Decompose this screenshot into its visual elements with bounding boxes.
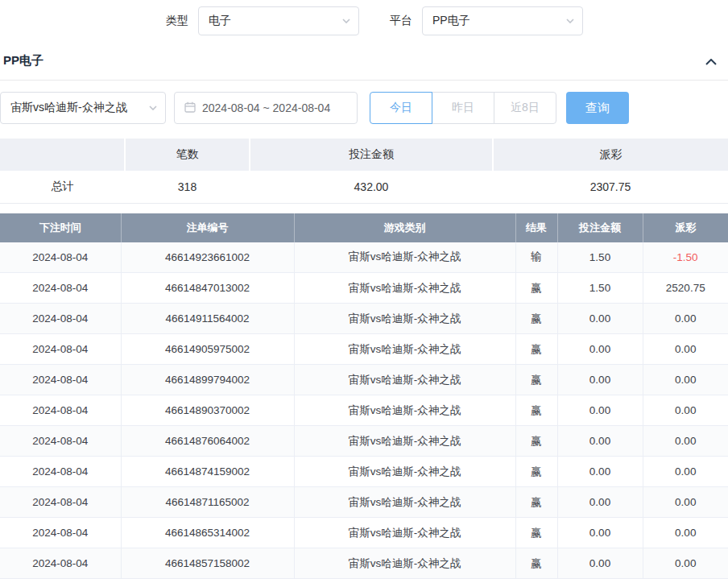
cell-game-category: 宙斯vs哈迪斯-众神之战 <box>294 548 515 579</box>
cell-payout: 0.00 <box>643 426 728 457</box>
cell-payout: 0.00 <box>643 487 728 518</box>
type-label: 类型 <box>166 14 188 28</box>
cell-bet-amount: 1.50 <box>557 273 643 304</box>
quick-date-button-group: 今日 昨日 近8日 <box>370 92 556 124</box>
table-row: 2024-08-04 46614876064002 宙斯vs哈迪斯-众神之战 赢… <box>0 426 728 457</box>
table-header-row: 下注时间 注单编号 游戏类别 结果 投注金额 派彩 <box>0 213 728 242</box>
cell-payout: 0.00 <box>643 457 728 487</box>
summary-header-payout: 派彩 <box>493 139 728 171</box>
cell-bet-time: 2024-08-04 <box>0 395 121 426</box>
calendar-icon <box>184 101 196 115</box>
query-button[interactable]: 查询 <box>566 92 629 124</box>
toolbar: 宙斯vs哈迪斯-众神之战 2024-08-04 ~ 2024-08-04 今日 … <box>0 81 728 139</box>
table-row: 2024-08-04 46614923661002 宙斯vs哈迪斯-众神之战 输… <box>0 242 728 273</box>
cell-bet-amount: 0.00 <box>557 548 643 579</box>
summary-count-value: 318 <box>125 171 250 203</box>
summary-bet-amount-value: 432.00 <box>250 171 493 203</box>
today-button[interactable]: 今日 <box>370 92 432 124</box>
game-select-value: 宙斯vs哈迪斯-众神之战 <box>10 101 127 115</box>
cell-bet-time: 2024-08-04 <box>0 426 121 457</box>
summary-total-label: 总计 <box>0 171 125 203</box>
platform-select-value: PP电子 <box>432 14 470 28</box>
cell-payout: 0.00 <box>643 548 728 579</box>
platform-select[interactable]: PP电子 <box>422 6 583 35</box>
col-header-payout: 派彩 <box>643 213 728 242</box>
cell-payout: 0.00 <box>643 518 728 548</box>
cell-payout: 0.00 <box>643 365 728 395</box>
date-range-input[interactable]: 2024-08-04 ~ 2024-08-04 <box>174 92 358 124</box>
cell-bet-time: 2024-08-04 <box>0 334 121 365</box>
cell-result: 赢 <box>515 518 557 548</box>
bet-records-section: 下注时间 注单编号 游戏类别 结果 投注金额 派彩 2024-08-04 466… <box>0 213 728 579</box>
cell-bet-time: 2024-08-04 <box>0 242 121 273</box>
section-header: PP电子 <box>0 45 728 81</box>
cell-bet-amount: 0.00 <box>557 395 643 426</box>
cell-order-no: 46614899794002 <box>121 365 294 395</box>
cell-order-no: 46614890370002 <box>121 395 294 426</box>
cell-result: 赢 <box>515 457 557 487</box>
summary-header-bet-amount: 投注金额 <box>250 139 493 171</box>
cell-game-category: 宙斯vs哈迪斯-众神之战 <box>294 395 515 426</box>
chevron-down-icon <box>566 19 574 23</box>
cell-game-category: 宙斯vs哈迪斯-众神之战 <box>294 304 515 334</box>
cell-result: 赢 <box>515 395 557 426</box>
cell-bet-amount: 1.50 <box>557 242 643 273</box>
cell-bet-amount: 0.00 <box>557 304 643 334</box>
cell-result: 赢 <box>515 365 557 395</box>
cell-result: 输 <box>515 242 557 273</box>
cell-payout: 0.00 <box>643 304 728 334</box>
table-row: 2024-08-04 46614899794002 宙斯vs哈迪斯-众神之战 赢… <box>0 365 728 395</box>
cell-order-no: 46614865314002 <box>121 518 294 548</box>
summary-header-row: 笔数 投注金额 派彩 <box>0 139 728 171</box>
cell-payout: 0.00 <box>643 395 728 426</box>
cell-bet-time: 2024-08-04 <box>0 487 121 518</box>
cell-bet-time: 2024-08-04 <box>0 365 121 395</box>
last8days-button[interactable]: 近8日 <box>494 92 556 124</box>
cell-payout: 2520.75 <box>643 273 728 304</box>
col-header-game-category: 游戏类别 <box>294 213 515 242</box>
table-body: 2024-08-04 46614923661002 宙斯vs哈迪斯-众神之战 输… <box>0 242 728 579</box>
type-select-value: 电子 <box>209 14 231 28</box>
chevron-down-icon <box>149 105 157 110</box>
cell-game-category: 宙斯vs哈迪斯-众神之战 <box>294 273 515 304</box>
summary-header-count: 笔数 <box>125 139 250 171</box>
platform-label: 平台 <box>390 14 412 28</box>
cell-bet-time: 2024-08-04 <box>0 518 121 548</box>
collapse-section-button[interactable] <box>705 55 717 68</box>
cell-game-category: 宙斯vs哈迪斯-众神之战 <box>294 426 515 457</box>
col-header-result: 结果 <box>515 213 557 242</box>
top-filter-bar: 类型 电子 平台 PP电子 <box>0 0 728 45</box>
cell-order-no: 46614847013002 <box>121 273 294 304</box>
cell-game-category: 宙斯vs哈迪斯-众神之战 <box>294 518 515 548</box>
section-title: PP电子 <box>3 53 43 68</box>
col-header-order-no: 注单编号 <box>121 213 294 242</box>
yesterday-button[interactable]: 昨日 <box>432 92 494 124</box>
summary-table: 笔数 投注金额 派彩 总计 318 432.00 2307.75 <box>0 139 728 204</box>
cell-bet-amount: 0.00 <box>557 518 643 548</box>
cell-bet-time: 2024-08-04 <box>0 457 121 487</box>
cell-result: 赢 <box>515 334 557 365</box>
cell-order-no: 46614857158002 <box>121 548 294 579</box>
cell-result: 赢 <box>515 487 557 518</box>
cell-game-category: 宙斯vs哈迪斯-众神之战 <box>294 242 515 273</box>
cell-bet-amount: 0.00 <box>557 365 643 395</box>
cell-game-category: 宙斯vs哈迪斯-众神之战 <box>294 365 515 395</box>
game-select[interactable]: 宙斯vs哈迪斯-众神之战 <box>0 92 166 124</box>
cell-bet-time: 2024-08-04 <box>0 548 121 579</box>
date-range-value: 2024-08-04 ~ 2024-08-04 <box>202 101 330 114</box>
cell-order-no: 46614905975002 <box>121 334 294 365</box>
cell-game-category: 宙斯vs哈迪斯-众神之战 <box>294 334 515 365</box>
type-select[interactable]: 电子 <box>198 6 359 35</box>
cell-order-no: 46614923661002 <box>121 242 294 273</box>
cell-result: 赢 <box>515 548 557 579</box>
table-row: 2024-08-04 46614857158002 宙斯vs哈迪斯-众神之战 赢… <box>0 548 728 579</box>
cell-result: 赢 <box>515 426 557 457</box>
cell-order-no: 46614874159002 <box>121 457 294 487</box>
table-row: 2024-08-04 46614890370002 宙斯vs哈迪斯-众神之战 赢… <box>0 395 728 426</box>
cell-bet-time: 2024-08-04 <box>0 304 121 334</box>
col-header-bet-time: 下注时间 <box>0 213 121 242</box>
table-row: 2024-08-04 46614847013002 宙斯vs哈迪斯-众神之战 赢… <box>0 273 728 304</box>
cell-order-no: 46614871165002 <box>121 487 294 518</box>
cell-bet-amount: 0.00 <box>557 334 643 365</box>
col-header-bet-amount: 投注金额 <box>557 213 643 242</box>
